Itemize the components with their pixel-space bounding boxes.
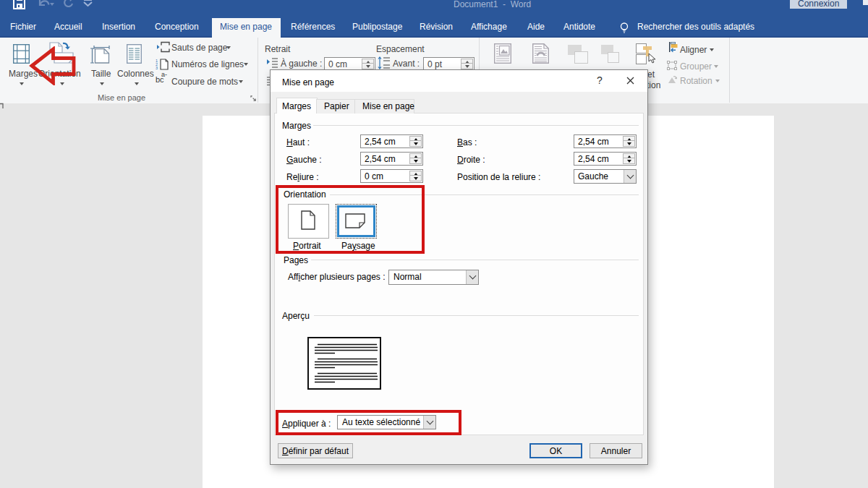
svg-text:3: 3: [156, 66, 158, 70]
